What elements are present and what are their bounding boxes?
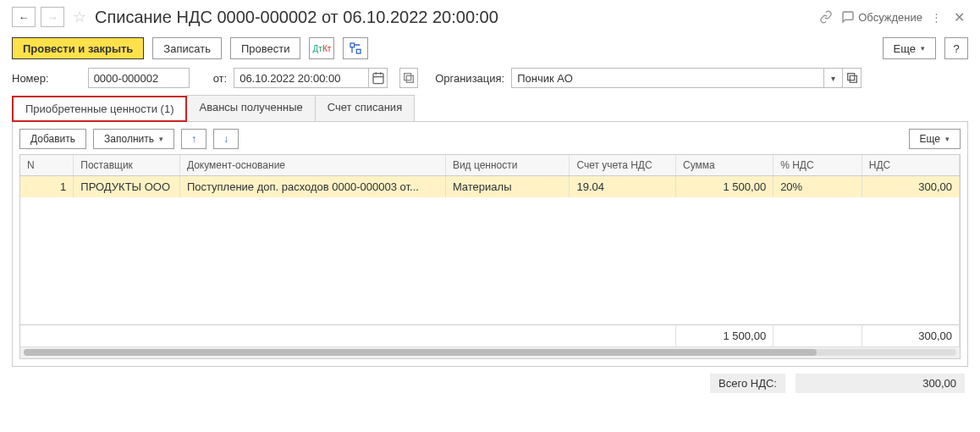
add-row-button[interactable]: Добавить bbox=[19, 129, 86, 149]
cell-pct[interactable]: 20% bbox=[774, 176, 862, 198]
col-acct[interactable]: Счет учета НДС bbox=[570, 155, 676, 176]
kebab-menu-icon[interactable]: ⋮ bbox=[928, 11, 945, 24]
tab-write-off-account[interactable]: Счет списания bbox=[315, 95, 415, 121]
svg-rect-7 bbox=[406, 75, 413, 82]
footer-total-value: 300,00 bbox=[796, 374, 965, 393]
svg-rect-0 bbox=[350, 43, 355, 47]
from-label: от: bbox=[213, 72, 228, 85]
col-type[interactable]: Вид ценности bbox=[445, 155, 570, 176]
org-field[interactable]: Пончик АО bbox=[511, 68, 824, 88]
cell-type[interactable]: Материалы bbox=[445, 176, 570, 198]
tab-advances[interactable]: Авансы полученные bbox=[186, 95, 315, 121]
number-label: Номер: bbox=[12, 72, 49, 85]
col-n[interactable]: N bbox=[20, 155, 74, 176]
cell-supplier[interactable]: ПРОДУКТЫ ООО bbox=[74, 176, 180, 198]
svg-rect-8 bbox=[847, 74, 854, 80]
col-sum[interactable]: Сумма bbox=[676, 155, 774, 176]
date-field[interactable]: 06.10.2022 20:00:00 bbox=[234, 68, 369, 88]
table-more-button[interactable]: Еще bbox=[909, 129, 961, 149]
col-nds[interactable]: НДС bbox=[862, 155, 959, 176]
fill-button[interactable]: Заполнить bbox=[93, 129, 174, 149]
col-supplier[interactable]: Поставщик bbox=[74, 155, 180, 176]
discuss-label: Обсуждение bbox=[858, 11, 922, 24]
page-title: Списание НДС 0000-000002 от 06.10.2022 2… bbox=[95, 8, 811, 27]
link-combo-icon[interactable] bbox=[399, 68, 418, 88]
cell-n[interactable]: 1 bbox=[20, 176, 74, 198]
discuss-button[interactable]: Обсуждение bbox=[841, 10, 922, 24]
post-and-close-button[interactable]: Провести и закрыть bbox=[12, 37, 144, 59]
post-button[interactable]: Провести bbox=[230, 37, 301, 59]
move-up-button[interactable]: ↑ bbox=[181, 129, 206, 149]
structure-button[interactable] bbox=[343, 37, 368, 59]
calendar-icon[interactable] bbox=[369, 68, 388, 88]
nav-back-button[interactable]: ← bbox=[12, 7, 36, 27]
table-row[interactable]: 1 ПРОДУКТЫ ООО Поступление доп. расходов… bbox=[20, 176, 960, 198]
org-open-icon[interactable] bbox=[843, 68, 862, 88]
dt-kt-button[interactable]: ДтКт bbox=[309, 37, 334, 59]
write-button[interactable]: Записать bbox=[152, 37, 222, 59]
cell-sum[interactable]: 1 500,00 bbox=[676, 176, 774, 198]
cell-acct[interactable]: 19.04 bbox=[570, 176, 676, 198]
number-field[interactable]: 0000-000002 bbox=[88, 68, 190, 88]
grid-empty-space[interactable] bbox=[20, 197, 960, 324]
svg-rect-2 bbox=[373, 74, 383, 84]
footer-total-label: Всего НДС: bbox=[710, 374, 785, 393]
totals-row: 1 500,00 300,00 bbox=[20, 324, 960, 346]
close-icon[interactable]: ✕ bbox=[950, 9, 968, 25]
cell-doc[interactable]: Поступление доп. расходов 0000-000003 от… bbox=[179, 176, 445, 198]
more-button[interactable]: Еще bbox=[883, 37, 936, 59]
col-pct[interactable]: % НДС bbox=[774, 155, 862, 176]
total-sum: 1 500,00 bbox=[676, 324, 774, 346]
help-button[interactable]: ? bbox=[944, 37, 968, 59]
horizontal-scrollbar[interactable] bbox=[20, 346, 960, 358]
col-doc[interactable]: Документ-основание bbox=[179, 155, 445, 176]
svg-rect-1 bbox=[357, 49, 361, 53]
org-dropdown-icon[interactable]: ▾ bbox=[824, 68, 843, 88]
cell-nds[interactable]: 300,00 bbox=[862, 176, 959, 198]
tab-acquired-values[interactable]: Приобретенные ценности (1) bbox=[12, 96, 187, 122]
total-nds: 300,00 bbox=[862, 324, 959, 346]
move-down-button[interactable]: ↓ bbox=[213, 129, 239, 149]
favorite-star-icon[interactable]: ☆ bbox=[73, 8, 86, 26]
table-header-row: N Поставщик Документ-основание Вид ценно… bbox=[20, 155, 960, 176]
org-label: Организация: bbox=[435, 72, 504, 85]
link-icon[interactable] bbox=[816, 10, 836, 24]
svg-rect-6 bbox=[405, 74, 411, 80]
nav-forward-button[interactable]: → bbox=[41, 7, 64, 27]
